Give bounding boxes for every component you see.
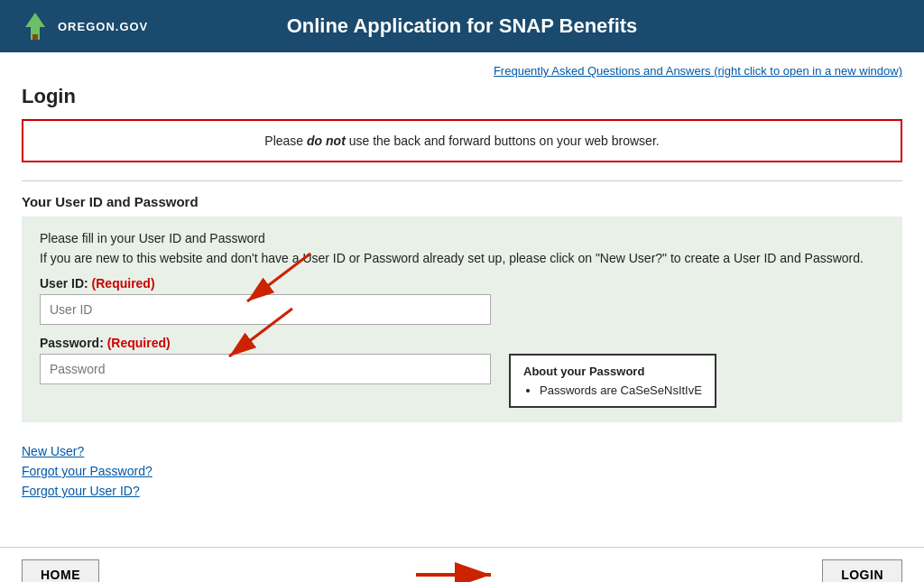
page-header: Oregon.gov Online Application for SNAP B… — [0, 0, 924, 52]
new-user-link[interactable]: New User? — [22, 444, 902, 458]
password-input[interactable] — [40, 354, 491, 384]
home-button[interactable]: HOME — [22, 559, 99, 582]
instruction-line-2: If you are new to this website and don't… — [40, 251, 884, 265]
password-info-title: About your Password — [523, 365, 702, 378]
login-arrow-annotation — [411, 559, 502, 582]
links-section: New User? Forgot your Password? Forgot y… — [22, 437, 902, 518]
page-header-title: Online Application for SNAP Benefits — [287, 14, 638, 38]
forgot-password-link[interactable]: Forgot your Password? — [22, 464, 902, 478]
instruction-line-1: Please fill in your User ID and Password — [40, 231, 884, 245]
svg-rect-2 — [32, 34, 38, 40]
faq-link-container: Frequently Asked Questions and Answers (… — [22, 63, 902, 78]
page-title: Login — [22, 85, 902, 108]
forgot-userid-link[interactable]: Forgot your User ID? — [22, 484, 902, 498]
password-info-item: Passwords are CaSeSeNsItIvE — [540, 383, 702, 397]
oregon-logo-icon — [18, 9, 52, 43]
password-label: Password: (Required) — [40, 336, 884, 350]
faq-link[interactable]: Frequently Asked Questions and Answers (… — [494, 64, 902, 78]
password-input-col — [40, 354, 491, 384]
right-arrow-icon — [411, 559, 502, 582]
warning-box: Please do not use the back and forward b… — [22, 119, 902, 162]
userid-label: User ID: (Required) — [40, 276, 884, 291]
password-info-box: About your Password Passwords are CaSeSe… — [509, 354, 716, 408]
main-content: Frequently Asked Questions and Answers (… — [0, 52, 924, 540]
logo-text: Oregon.gov — [58, 20, 148, 33]
userid-input[interactable] — [40, 294, 491, 325]
section-title: Your User ID and Password — [22, 194, 902, 209]
password-required: (Required) — [107, 336, 171, 350]
login-button[interactable]: LOGIN — [822, 559, 902, 582]
userid-required: (Required) — [92, 276, 155, 291]
site-logo: Oregon.gov — [18, 9, 148, 43]
section-divider — [22, 180, 902, 181]
bottom-bar: HOME LOGIN — [0, 547, 924, 582]
login-form-area: Please fill in your User ID and Password… — [22, 217, 902, 422]
userid-input-col — [40, 294, 491, 325]
